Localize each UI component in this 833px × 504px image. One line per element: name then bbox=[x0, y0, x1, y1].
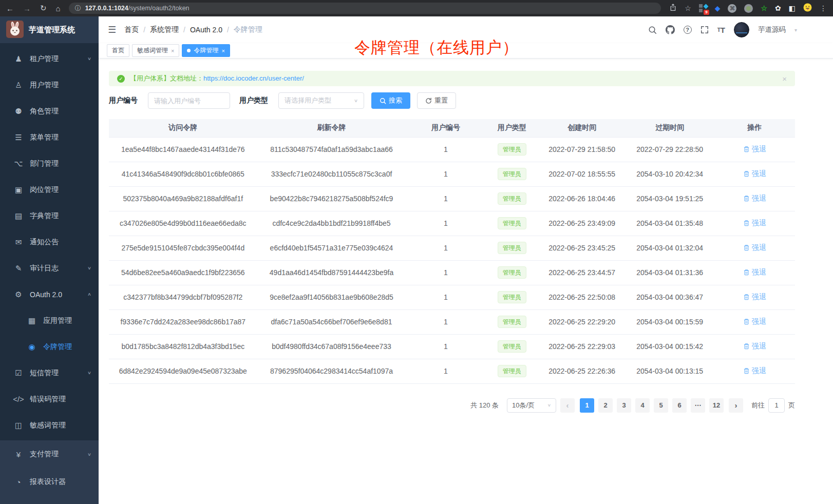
avatar[interactable] bbox=[734, 22, 749, 37]
search-icon[interactable] bbox=[648, 26, 657, 34]
sidebar-item-dict[interactable]: ▤ 字典管理 bbox=[0, 203, 99, 229]
user-type-badge: 管理员 bbox=[498, 340, 526, 353]
user-id-cell: 1 bbox=[406, 236, 485, 260]
force-logout-link[interactable]: 强退 bbox=[743, 293, 766, 302]
force-logout-link[interactable]: 强退 bbox=[743, 317, 766, 326]
next-page-button[interactable]: › bbox=[729, 398, 743, 413]
force-logout-link[interactable]: 强退 bbox=[743, 366, 766, 376]
column-header: 访问令牌 bbox=[109, 119, 257, 137]
sidebar-item-audit-log[interactable]: ✎ 审计日志 ∨ bbox=[0, 255, 99, 281]
font-size-icon[interactable]: TT bbox=[717, 26, 725, 34]
sidebar-item-report-designer[interactable]: ◔ 报表设计器 bbox=[0, 468, 99, 496]
fullscreen-icon[interactable] bbox=[701, 26, 709, 34]
tab-label: 令牌管理 bbox=[194, 46, 218, 55]
alert-close-icon[interactable]: × bbox=[782, 74, 787, 83]
created-time-cell: 2022-06-25 22:29:20 bbox=[538, 309, 626, 334]
github-icon[interactable] bbox=[666, 25, 675, 34]
profile-emoji-icon[interactable] bbox=[803, 3, 812, 13]
sidebar-item-label: 用户管理 bbox=[30, 81, 59, 90]
created-time-cell: 2022-07-29 21:58:50 bbox=[538, 137, 626, 162]
app-logo-row[interactable]: 芋道管理系统 bbox=[0, 16, 99, 43]
home-icon[interactable]: ⌂ bbox=[56, 4, 61, 13]
sidebar-item-notice[interactable]: ✉ 通知公告 bbox=[0, 229, 99, 255]
page-button[interactable]: 4 bbox=[635, 398, 650, 413]
trash-icon bbox=[743, 244, 750, 251]
alert-text: 【用户体系】文档地址：https://doc.iocoder.cn/user-c… bbox=[130, 74, 304, 83]
tab-token[interactable]: 令牌管理 × bbox=[182, 44, 230, 57]
sidebar-item-app[interactable]: ▦ 应用管理 bbox=[0, 307, 99, 334]
force-logout-link[interactable]: 强退 bbox=[743, 145, 766, 154]
chevron-down-icon: ∨ bbox=[354, 98, 358, 103]
record-extension-icon[interactable] bbox=[744, 4, 753, 13]
page-button[interactable]: 5 bbox=[654, 398, 668, 413]
user-id-cell: 1 bbox=[406, 334, 485, 359]
sidebar-item-error-code[interactable]: </> 错误码管理 bbox=[0, 386, 99, 412]
bookmark-star-icon[interactable]: ☆ bbox=[685, 4, 691, 12]
page-button[interactable]: 1 bbox=[580, 398, 594, 413]
breadcrumb-system[interactable]: 系统管理 bbox=[150, 25, 179, 34]
app-title: 芋道管理系统 bbox=[29, 25, 75, 35]
trash-icon bbox=[743, 195, 750, 202]
sidebar-item-menu[interactable]: ☰ 菜单管理 bbox=[0, 124, 99, 150]
goto-page-input[interactable] bbox=[768, 398, 785, 413]
sidebar-item-oauth[interactable]: ⚙ OAuth 2.0 ∧ bbox=[0, 281, 99, 307]
user-id-label: 用户编号 bbox=[109, 96, 138, 105]
force-logout-link[interactable]: 强退 bbox=[743, 268, 766, 277]
user-id-input[interactable] bbox=[154, 97, 224, 105]
forward-icon[interactable]: → bbox=[23, 4, 31, 13]
prev-page-button[interactable]: ‹ bbox=[560, 398, 575, 413]
sidebar-item-post[interactable]: ▣ 岗位管理 bbox=[0, 177, 99, 203]
user-id-field[interactable] bbox=[148, 92, 230, 109]
breadcrumb-home[interactable]: 首页 bbox=[124, 25, 139, 34]
force-logout-link[interactable]: 强退 bbox=[743, 219, 766, 228]
search-button[interactable]: 搜索 bbox=[371, 92, 410, 109]
flower-extension-icon[interactable]: ✿ bbox=[775, 4, 781, 12]
username[interactable]: 芋道源码 bbox=[758, 25, 786, 34]
sidebar-item-dept[interactable]: ⌥ 部门管理 bbox=[0, 150, 99, 177]
page-button[interactable]: 12 bbox=[709, 398, 724, 413]
user-type-cell: 管理员 bbox=[485, 260, 538, 285]
sidebar-item-token[interactable]: ◉ 令牌管理 bbox=[0, 334, 99, 360]
tab-home[interactable]: 首页 bbox=[107, 44, 129, 57]
sidebar-item-user[interactable]: ♙ 用户管理 bbox=[0, 72, 99, 98]
site-info-icon[interactable]: ⓘ bbox=[75, 4, 81, 13]
force-logout-link[interactable]: 强退 bbox=[743, 342, 766, 351]
force-logout-link[interactable]: 强退 bbox=[743, 243, 766, 253]
address-bar[interactable]: ⓘ 127.0.0.1:1024/system/oauth2/token bbox=[69, 3, 661, 14]
page-button[interactable]: 3 bbox=[617, 398, 631, 413]
back-icon[interactable]: ← bbox=[6, 4, 14, 13]
star-extension-icon[interactable]: ☆ bbox=[761, 4, 767, 12]
page-button[interactable]: ⋯ bbox=[691, 398, 705, 413]
page-button[interactable]: 6 bbox=[672, 398, 687, 413]
user-id-cell: 1 bbox=[406, 162, 485, 186]
extension-grid-icon[interactable]: 9 bbox=[699, 4, 707, 12]
sidebar-collapse-icon[interactable]: ☰ bbox=[108, 24, 116, 35]
share-icon[interactable] bbox=[669, 4, 677, 13]
force-logout-link[interactable]: 强退 bbox=[743, 194, 766, 203]
page-size-select[interactable]: 10条/页 ∨ bbox=[507, 398, 556, 413]
panel-extension-icon[interactable]: ◧ bbox=[789, 4, 796, 12]
user-type-select[interactable]: 请选择用户类型 ∨ bbox=[278, 92, 364, 109]
sidebar-item-tenant[interactable]: ♟ 租户管理 ∨ bbox=[0, 46, 99, 72]
open-book-icon: ◫ bbox=[12, 421, 25, 430]
breadcrumb-oauth[interactable]: OAuth 2.0 bbox=[190, 26, 222, 34]
browser-menu-icon[interactable]: ⋮ bbox=[820, 4, 827, 12]
gem-extension-icon[interactable]: ◆ bbox=[715, 4, 721, 12]
robot-icon: ⚙ bbox=[12, 290, 25, 299]
sidebar-item-role[interactable]: ⚉ 角色管理 bbox=[0, 98, 99, 124]
tab-close-icon[interactable]: × bbox=[221, 48, 224, 54]
page-button[interactable]: 2 bbox=[598, 398, 613, 413]
help-icon[interactable]: ? bbox=[684, 26, 692, 34]
doc-link[interactable]: https://doc.iocoder.cn/user-center/ bbox=[203, 74, 304, 82]
reload-icon[interactable]: ↻ bbox=[40, 4, 47, 13]
tab-close-icon[interactable]: × bbox=[171, 48, 174, 54]
reset-button[interactable]: 重置 bbox=[417, 92, 456, 109]
tab-sensitive-word[interactable]: 敏感词管理 × bbox=[132, 44, 179, 57]
column-header: 操作 bbox=[714, 119, 795, 137]
sidebar-item-sms[interactable]: ☑ 短信管理 ∨ bbox=[0, 360, 99, 386]
caret-down-icon[interactable]: ▾ bbox=[794, 27, 797, 33]
command-extension-icon[interactable]: ⌘ bbox=[728, 4, 736, 13]
sidebar-item-sensitive-word[interactable]: ◫ 敏感词管理 bbox=[0, 412, 99, 438]
force-logout-link[interactable]: 强退 bbox=[743, 169, 766, 179]
sidebar-item-pay[interactable]: ¥ 支付管理 ∨ bbox=[0, 440, 99, 468]
